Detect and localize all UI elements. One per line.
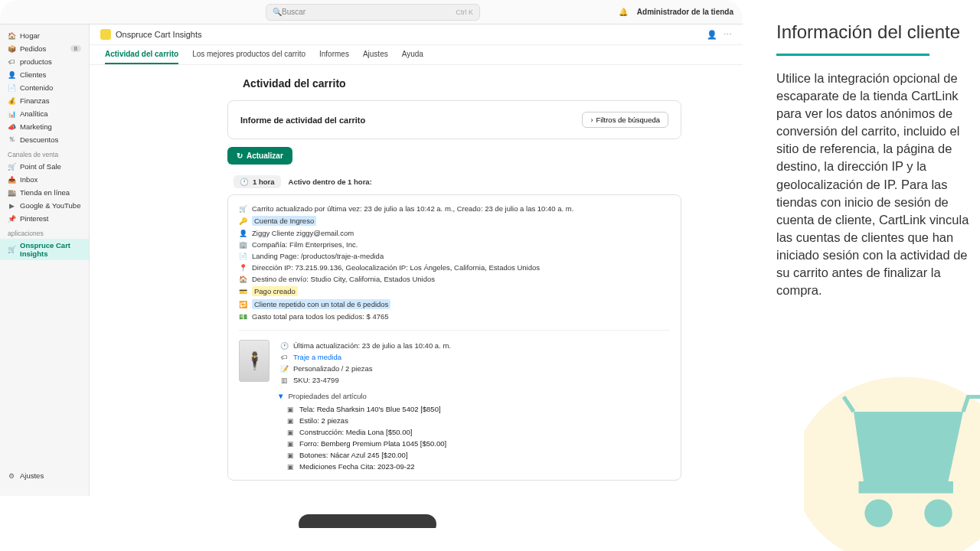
sidebar-item-marketing[interactable]: 📣Marketing (0, 120, 89, 133)
search-input[interactable]: 🔍 Buscar Ctrl K (266, 4, 480, 21)
page-icon: 📄 (239, 252, 247, 260)
nav-icon: 👤 (8, 71, 15, 79)
tab-ayuda[interactable]: Ayuda (402, 50, 423, 64)
tab-los-mejores-productos-del-carrito[interactable]: Los mejores productos del carrito (192, 50, 305, 64)
tag-icon: 🏷 (280, 353, 289, 361)
sidebar-item-productos[interactable]: 🏷productos (0, 55, 89, 68)
channel-pinterest[interactable]: 📌Pinterest (0, 212, 89, 225)
report-title: Informe de actividad del carrito (240, 116, 365, 125)
channel-google-&-youtube[interactable]: ▶Google & YouTube (0, 199, 89, 212)
chevron-right-icon: › (590, 116, 593, 124)
bell-icon[interactable]: 🔔 (619, 8, 628, 16)
search-shortcut: Ctrl K (456, 8, 474, 16)
company-line: 🏢Compañía: Film Enterprises, Inc. (239, 239, 670, 250)
landing-line: 📄Landing Page: /productos/traje-a-medida (239, 250, 670, 262)
channel-tienda-en-línea[interactable]: 🏬Tienda en línea (0, 186, 89, 199)
clock-icon: 🕐 (280, 341, 289, 350)
home-icon: 🏠 (239, 275, 247, 283)
nav-icon: ％ (8, 136, 15, 144)
sidebar-item-finanzas[interactable]: 💰Finanzas (0, 94, 89, 107)
cart-illustration (804, 352, 980, 551)
search-placeholder: Buscar (282, 8, 305, 16)
channel-point-of-sale[interactable]: 🛒Point of Sale (0, 160, 89, 173)
payment-line: 💳Pago creado (239, 285, 670, 298)
filters-button[interactable]: › Filtros de búsqueda (582, 112, 668, 128)
settings-label: Ajustes (20, 471, 44, 480)
ship-line: 🏠Destino de envío: Studio City, Californ… (239, 273, 670, 285)
app-tabs: Actividad del carritoLos mejores product… (90, 45, 743, 65)
prop-icon: ▣ (286, 451, 295, 459)
money-icon: 💵 (239, 312, 247, 321)
prop-line: ▣Forro: Bemberg Premium Plata 1045 [$50.… (286, 438, 670, 449)
prop-line: ▣Construcción: Media Lona [$50.00] (286, 426, 670, 438)
time-label: Activo dentro de 1 hora: (289, 178, 372, 186)
product-sku: ▥SKU: 23-4799 (280, 374, 670, 386)
nav-icon: 🏠 (8, 32, 15, 40)
search-icon: 🔍 (273, 8, 282, 16)
channel-inbox[interactable]: 📥Inbox (0, 173, 89, 186)
sidebar-item-pedidos[interactable]: 📦Pedidos8 (0, 42, 89, 55)
time-pill[interactable]: 🕐 1 hora (234, 175, 281, 188)
more-icon[interactable]: ⋯ (724, 30, 732, 40)
sidebar-item-analítica[interactable]: 📊Analítica (0, 107, 89, 120)
props-header[interactable]: ▼ Propiedades del artículo (277, 392, 670, 400)
sidebar-item-hogar[interactable]: 🏠Hogar (0, 29, 89, 42)
prop-line: ▣Estilo: 2 piezas (286, 415, 670, 426)
clock-icon: 🕐 (240, 178, 249, 186)
ip-line: 📍Dirección IP: 73.215.99.136, Geolocaliz… (239, 262, 670, 273)
svg-point-3 (924, 499, 952, 527)
nav-icon: 📦 (8, 45, 15, 53)
nav-icon: 📄 (8, 84, 15, 92)
app-icon (100, 29, 111, 40)
sidebar-item-clientes[interactable]: 👤Clientes (0, 68, 89, 81)
sidebar-item-contenido[interactable]: 📄Contenido (0, 81, 89, 94)
topbar: 🔍 Buscar Ctrl K 🔔 Administrador de la ti… (0, 0, 743, 24)
repeat-line: 🔁Cliente repetido con un total de 6 pedi… (239, 298, 670, 311)
barcode-icon: ▥ (280, 376, 289, 384)
app-onspruce-cart-insights[interactable]: 🛒Onspruce Cart Insights (0, 239, 89, 260)
refresh-label: Actualizar (247, 152, 283, 160)
channel-icon: 📥 (8, 176, 15, 184)
channel-icon: 🛒 (8, 163, 15, 171)
note-icon: 📝 (280, 364, 289, 373)
user-icon[interactable]: 👤 (707, 30, 717, 40)
nav-icon: 📊 (8, 110, 15, 118)
prop-line: ▣Tela: Reda Sharksin 140's Blue 5402 [$8… (286, 403, 670, 415)
login-line: 🔑Cuenta de Ingreso (239, 214, 670, 227)
tab-actividad-del-carrito[interactable]: Actividad del carrito (105, 50, 178, 64)
user-icon: 👤 (239, 229, 247, 237)
apps-label: aplicaciones (0, 225, 89, 239)
svg-rect-1 (859, 481, 954, 494)
repeat-icon: 🔁 (239, 300, 247, 308)
login-icon: 🔑 (239, 217, 247, 225)
badge: 8 (70, 45, 81, 52)
prop-line: ▣Botones: Nácar Azul 245 [$20.00] (286, 449, 670, 461)
refresh-button[interactable]: ↻ Actualizar (227, 147, 292, 165)
info-underline (776, 54, 929, 56)
sidebar-item-descuentos[interactable]: ％Descuentos (0, 133, 89, 146)
channel-icon: 📌 (8, 215, 15, 223)
svg-point-2 (864, 499, 892, 527)
company-icon: 🏢 (239, 240, 247, 249)
product-name[interactable]: 🏷Traje a medida (280, 351, 670, 363)
channel-icon: 🏬 (8, 189, 15, 197)
channels-label: Canales de venta (0, 146, 89, 160)
info-text: Utilice la integración opcional de escap… (776, 70, 969, 299)
page-title: Actividad del carrito (243, 77, 712, 90)
tab-informes[interactable]: Informes (319, 50, 349, 64)
admin-label[interactable]: Administrador de la tienda (637, 8, 733, 16)
customer-line: 👤Ziggy Cliente ziggy@email.com (239, 227, 670, 239)
report-card: Informe de actividad del carrito › Filtr… (227, 100, 681, 139)
sidebar-settings[interactable]: ⚙ Ajustes (0, 469, 89, 482)
gear-icon: ⚙ (8, 472, 15, 480)
app-item-icon: 🛒 (8, 246, 15, 253)
refresh-icon: ↻ (237, 152, 243, 160)
app-header: Onspruce Cart Insights 👤 ⋯ (90, 24, 743, 45)
tab-ajustes[interactable]: Ajustes (363, 50, 388, 64)
channel-icon: ▶ (8, 202, 15, 210)
app-name: Onspruce Cart Insights (116, 30, 202, 39)
info-title: Información del cliente (776, 21, 969, 43)
card-icon: 💳 (239, 287, 247, 295)
bottom-pill (299, 514, 436, 528)
prop-icon: ▣ (286, 462, 295, 471)
